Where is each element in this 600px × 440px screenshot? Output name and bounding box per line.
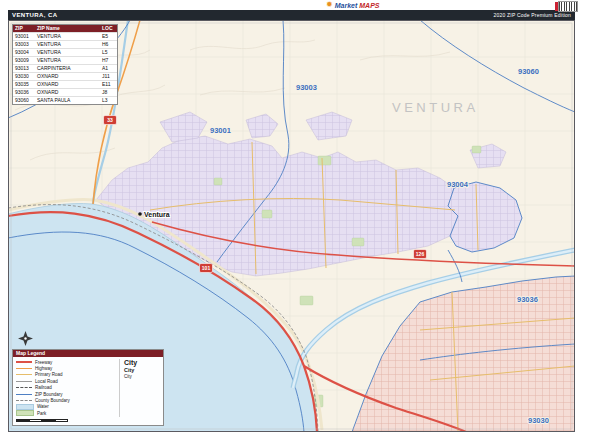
primary-road-line-icon <box>16 374 32 375</box>
table-row: 93036 OXNARD J8 <box>13 88 117 96</box>
legend-items: Freeway Highway Primary Road Local Road … <box>16 359 119 417</box>
title-bar: VENTURA, CA 2020 ZIP Code Premium Editio… <box>8 10 575 20</box>
highway-shield-101: 101 <box>200 264 213 273</box>
zip-label-93003: 93003 <box>296 83 317 92</box>
zip-label-93060: 93060 <box>518 67 539 76</box>
local-road-line-icon <box>16 381 32 382</box>
cell-name: CARPINTERIA <box>37 65 102 72</box>
cell-name: VENTURA <box>37 49 102 56</box>
cell-zip: 93030 <box>13 73 37 80</box>
legend-item-label: County Boundary <box>35 398 70 403</box>
zip-table-header: ZIP ZIP Name LOC <box>13 25 117 32</box>
zip-label-93036: 93036 <box>517 295 538 304</box>
cell-name: VENTURA <box>37 41 102 48</box>
logo-text-market: Market <box>335 2 358 9</box>
cell-name: VENTURA <box>37 57 102 64</box>
cell-loc: E5 <box>102 33 117 40</box>
legend-item-label: Railroad <box>35 385 52 390</box>
svg-text:33: 33 <box>107 117 113 123</box>
cell-loc: E11 <box>102 81 117 88</box>
highway-shield-33: 33 <box>104 116 117 125</box>
legend-item: Park <box>16 410 119 416</box>
publisher-logo: ✹ Market MAPS <box>322 0 384 10</box>
map-poster: VENTURA, CA 2020 ZIP Code Premium Editio… <box>0 0 600 440</box>
zip-boundary-line-icon <box>16 394 32 395</box>
legend-item-label: Water <box>37 404 49 409</box>
cell-loc: J11 <box>102 73 117 80</box>
scale-segment <box>55 419 68 422</box>
table-row: 93004 VENTURA L5 <box>13 48 117 56</box>
table-row: 93003 VENTURA H6 <box>13 40 117 48</box>
cell-loc: H6 <box>102 41 117 48</box>
legend-title: Map Legend <box>13 350 163 357</box>
legend-city-classes: City City City <box>119 359 160 417</box>
city-label: Ventura <box>144 211 170 218</box>
cell-loc: J8 <box>102 89 117 96</box>
cell-loc: H7 <box>102 57 117 64</box>
cell-zip: 93009 <box>13 57 37 64</box>
svg-text:126: 126 <box>416 251 425 257</box>
table-row: 93060 SANTA PAULA L3 <box>13 96 117 104</box>
cell-name: OXNARD <box>37 89 102 96</box>
legend-item-label: Primary Road <box>35 372 63 377</box>
barcode-color-bar <box>555 2 558 11</box>
cell-zip: 93003 <box>13 41 37 48</box>
cell-zip: 93001 <box>13 33 37 40</box>
col-zip-name: ZIP Name <box>37 25 102 32</box>
legend-item-label: Park <box>37 411 46 416</box>
table-row: 93013 CARPINTERIA A1 <box>13 64 117 72</box>
cell-zip: 93035 <box>13 81 37 88</box>
highway-shield-126: 126 <box>414 250 427 259</box>
zip-code-table: ZIP ZIP Name LOC 93001 VENTURA E5 93003 … <box>12 24 118 105</box>
map-legend: Map Legend Freeway Highway Primary Road … <box>12 349 164 426</box>
county-boundary-line-icon <box>16 400 32 401</box>
cell-name: VENTURA <box>37 33 102 40</box>
freeway-line-icon <box>16 361 32 363</box>
scale-bar <box>13 418 163 425</box>
scale-segment <box>16 419 29 422</box>
cell-zip: 93060 <box>13 97 37 104</box>
legend-body: Freeway Highway Primary Road Local Road … <box>13 357 163 418</box>
cell-loc: A1 <box>102 65 117 72</box>
cell-zip: 93004 <box>13 49 37 56</box>
legend-item-label: ZIP Boundary <box>35 392 62 397</box>
city-class-sample: City <box>124 367 160 373</box>
logo-text-maps: MAPS <box>359 2 379 9</box>
legend-item-label: Highway <box>35 366 52 371</box>
city-class-sample: City <box>124 374 160 379</box>
legend-item-label: Freeway <box>35 360 52 365</box>
highway-line-icon <box>16 368 32 369</box>
table-row: 93030 OXNARD J11 <box>13 72 117 80</box>
zip-label-93001: 93001 <box>210 126 231 135</box>
col-loc: LOC <box>102 25 117 32</box>
legend-item-label: Local Road <box>35 379 58 384</box>
region-label: VENTURA <box>392 100 479 115</box>
water-swatch-icon <box>16 404 34 410</box>
cell-zip: 93013 <box>13 65 37 72</box>
cell-loc: L5 <box>102 49 117 56</box>
page-title: VENTURA, CA <box>12 12 57 18</box>
zip-label-93030: 93030 <box>528 416 549 425</box>
table-row: 93035 OXNARD E11 <box>13 80 117 88</box>
scale-segment <box>42 419 55 422</box>
railroad-line-icon <box>16 387 32 388</box>
barcode <box>558 1 578 12</box>
logo-star-icon: ✹ <box>326 1 333 9</box>
cell-loc: L3 <box>102 97 117 104</box>
scale-segment <box>29 419 42 422</box>
edition-label: 2020 ZIP Code Premium Edition <box>494 12 571 18</box>
compass-rose-icon <box>18 331 33 346</box>
table-row: 93001 VENTURA E5 <box>13 32 117 40</box>
col-zip: ZIP <box>13 25 37 32</box>
table-row: 93009 VENTURA H7 <box>13 56 117 64</box>
svg-text:101: 101 <box>202 265 211 271</box>
cell-name: OXNARD <box>37 81 102 88</box>
cell-name: OXNARD <box>37 73 102 80</box>
park-swatch-icon <box>16 410 34 416</box>
cell-zip: 93036 <box>13 89 37 96</box>
cell-name: SANTA PAULA <box>37 97 102 104</box>
city-class-sample: City <box>124 359 160 366</box>
zip-label-93004: 93004 <box>447 180 469 189</box>
city-marker <box>138 212 142 216</box>
